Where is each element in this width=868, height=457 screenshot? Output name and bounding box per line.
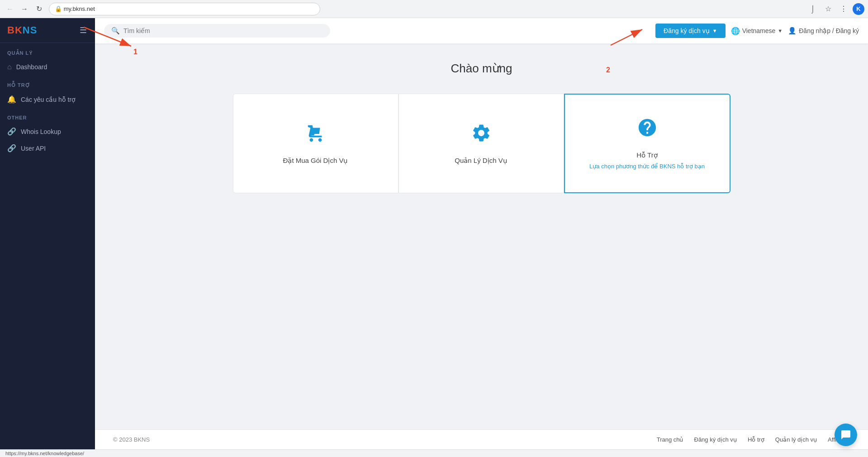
card-manage-service[interactable]: Quản Lý Dịch Vụ <box>398 94 564 193</box>
cards-grid: Đặt Mua Gói Dịch Vụ Quản Lý Dịch Vụ <box>233 94 730 193</box>
topnav-right: Đăng ký dịch vụ ▼ 🌐 Vietnamese ▼ 👤 Đăng … <box>655 24 859 38</box>
chevron-down-icon: ▼ <box>712 28 717 33</box>
browser-actions: ⌡ ☆ ⋮ K <box>806 3 864 15</box>
globe-icon: 🌐 <box>731 27 740 35</box>
app-container: BKNS ☰ QUẢN LÝ ⌂ Dashboard HỖ TRỢ 🔔 Các … <box>0 18 868 449</box>
link-icon-whois: 🔗 <box>7 127 16 136</box>
browser-nav-buttons: ← → ↻ <box>4 3 45 15</box>
logo: BKNS <box>7 24 37 36</box>
footer-link-register[interactable]: Đăng ký dịch vụ <box>694 436 737 443</box>
gear-icon <box>471 123 492 148</box>
login-label: Đăng nhập / Đăng ký <box>799 27 859 34</box>
link-icon-api: 🔗 <box>7 144 16 152</box>
footer-link-home[interactable]: Trang chủ <box>657 436 683 443</box>
footer-link-manage[interactable]: Quản lý dịch vụ <box>775 436 817 443</box>
page-content: Chào mừng Đặt Mua Gói Dịch Vụ <box>95 43 868 429</box>
sidebar-label-whois: Whois Lookup <box>21 128 61 135</box>
search-input[interactable] <box>123 27 323 34</box>
logo-blue: NS <box>23 24 38 36</box>
status-bar: https://my.bkns.net/knowledgebase/ <box>0 449 868 457</box>
sidebar-item-user-api[interactable]: 🔗 User API <box>0 140 95 157</box>
card-support-title: Hỗ Trợ <box>636 151 657 159</box>
bookmark-button[interactable]: ☆ <box>822 3 835 15</box>
card-manage-title: Quản Lý Dịch Vụ <box>455 157 507 165</box>
topnav: 🔍 Đăng ký dịch vụ ▼ 🌐 Vietnamese ▼ 👤 Đăn… <box>95 18 868 43</box>
section-label-hotro: HỖ TRỢ <box>0 75 95 91</box>
sidebar-item-support-requests[interactable]: 🔔 Các yêu cầu hỗ trợ <box>0 91 95 108</box>
card-support[interactable]: Hỗ Trợ Lựa chọn phương thức để BKNS hỗ t… <box>564 94 730 193</box>
forward-button[interactable]: → <box>18 3 31 15</box>
register-service-button[interactable]: Đăng ký dịch vụ ▼ <box>655 24 726 38</box>
hamburger-button[interactable]: ☰ <box>79 24 88 36</box>
home-icon: ⌂ <box>7 63 12 71</box>
footer: © 2023 BKNS Trang chủ Đăng ký dịch vụ Hỗ… <box>95 429 868 449</box>
address-bar[interactable]: 🔒 my.bkns.net <box>49 3 320 15</box>
card-order-title: Đặt Mua Gói Dịch Vụ <box>283 157 348 165</box>
section-label-quanly: QUẢN LÝ <box>0 43 95 59</box>
sidebar-item-dashboard[interactable]: ⌂ Dashboard <box>0 59 95 75</box>
sidebar-label-support: Các yêu cầu hỗ trợ <box>21 96 76 103</box>
sidebar-header: BKNS ☰ <box>0 18 95 43</box>
status-url: https://my.bkns.net/knowledgebase/ <box>5 451 84 456</box>
card-order-service[interactable]: Đặt Mua Gói Dịch Vụ <box>233 94 398 193</box>
footer-copyright: © 2023 BKNS <box>113 436 150 443</box>
language-chevron-icon: ▼ <box>778 28 783 33</box>
browser-chrome: ← → ↻ 🔒 my.bkns.net ⌡ ☆ ⋮ K <box>0 0 868 18</box>
search-box[interactable]: 🔍 <box>104 24 330 38</box>
browser-menu-button[interactable]: ⋮ <box>837 3 850 15</box>
footer-link-support[interactable]: Hỗ trợ <box>748 436 764 443</box>
footer-links: Trang chủ Đăng ký dịch vụ Hỗ trợ Quản lý… <box>657 436 850 443</box>
language-button[interactable]: 🌐 Vietnamese ▼ <box>731 27 783 35</box>
search-icon: 🔍 <box>111 27 120 35</box>
cast-button[interactable]: ⌡ <box>806 3 819 15</box>
url-text: my.bkns.net <box>64 5 95 12</box>
cart-icon <box>305 123 326 148</box>
browser-profile-avatar[interactable]: K <box>853 3 864 15</box>
back-button[interactable]: ← <box>4 3 16 15</box>
reload-button[interactable]: ↻ <box>33 3 45 15</box>
question-icon <box>637 117 658 143</box>
logo-red: BK <box>7 24 23 36</box>
sidebar: BKNS ☰ QUẢN LÝ ⌂ Dashboard HỖ TRỢ 🔔 Các … <box>0 18 95 449</box>
section-label-other: OTHER <box>0 108 95 123</box>
sidebar-label-dashboard: Dashboard <box>16 63 47 71</box>
sidebar-label-api: User API <box>21 145 46 152</box>
chat-bubble[interactable] <box>835 424 857 446</box>
login-button[interactable]: 👤 Đăng nhập / Đăng ký <box>788 27 859 35</box>
lock-icon: 🔒 <box>55 5 62 12</box>
card-support-subtitle: Lựa chọn phương thức để BKNS hỗ trợ bạn <box>589 163 705 170</box>
main-content: 🔍 Đăng ký dịch vụ ▼ 🌐 Vietnamese ▼ 👤 Đăn… <box>95 18 868 449</box>
bell-icon: 🔔 <box>7 95 16 104</box>
user-icon: 👤 <box>788 27 797 35</box>
welcome-title: Chào mừng <box>451 62 512 76</box>
sidebar-item-whois[interactable]: 🔗 Whois Lookup <box>0 123 95 140</box>
language-label: Vietnamese <box>742 27 776 34</box>
register-btn-label: Đăng ký dịch vụ <box>664 27 710 34</box>
